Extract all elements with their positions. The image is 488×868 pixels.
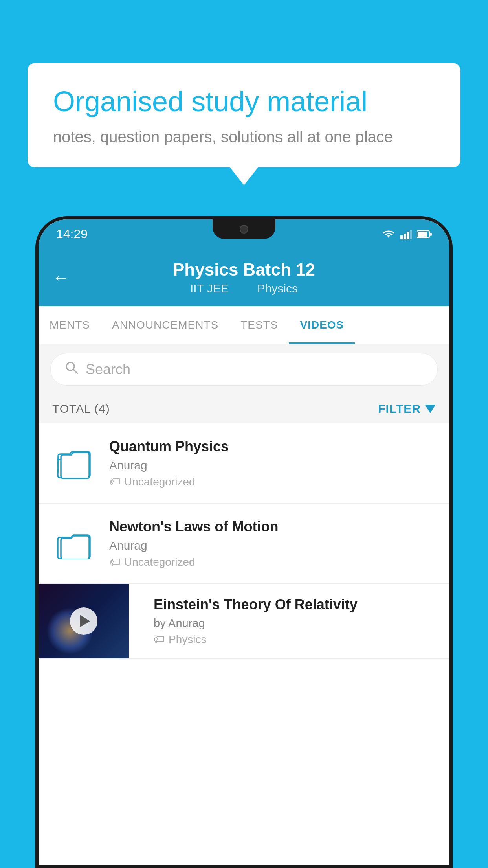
list-item[interactable]: Quantum Physics Anurag 🏷 Uncategorized [39, 423, 449, 504]
notch [213, 219, 275, 239]
filter-button[interactable]: FILTER [378, 402, 436, 416]
subtitle-separator [241, 282, 248, 295]
video-thumbnail [39, 584, 129, 658]
video-tag: 🏷 Uncategorized [109, 475, 436, 488]
play-icon [80, 615, 90, 627]
header-subtitle: IIT JEE Physics [185, 282, 303, 295]
svg-rect-0 [400, 235, 403, 239]
filter-label: FILTER [378, 402, 421, 416]
status-time: 14:29 [56, 227, 88, 241]
app-header: ← Physics Batch 12 IIT JEE Physics [39, 249, 449, 306]
video-title: Einstein's Theory Of Relativity [154, 596, 438, 613]
tab-videos[interactable]: VIDEOS [289, 306, 355, 344]
search-bar-container: Search [39, 344, 449, 394]
tag-icon: 🏷 [109, 475, 120, 488]
folder-icon [56, 448, 92, 479]
header-title: Physics Batch 12 [173, 260, 315, 280]
phone-frame: 14:29 [35, 216, 453, 868]
item-info: Newton's Laws of Motion Anurag 🏷 Uncateg… [109, 519, 436, 568]
video-title: Quantum Physics [109, 438, 436, 455]
back-button[interactable]: ← [52, 267, 70, 288]
search-placeholder: Search [86, 361, 130, 378]
tab-bar: MENTS ANNOUNCEMENTS TESTS VIDEOS [39, 306, 449, 344]
video-list: Quantum Physics Anurag 🏷 Uncategorized [39, 423, 449, 659]
svg-line-8 [73, 370, 77, 373]
subtitle-part2: Physics [257, 282, 298, 295]
search-bar[interactable]: Search [50, 353, 438, 386]
video-author: Anurag [109, 459, 436, 472]
search-icon [64, 360, 79, 378]
video-tag: 🏷 Uncategorized [109, 555, 436, 568]
svg-rect-3 [410, 230, 412, 239]
list-item[interactable]: Newton's Laws of Motion Anurag 🏷 Uncateg… [39, 504, 449, 584]
video-author: by Anurag [154, 617, 438, 630]
status-icons [382, 229, 432, 239]
tag-icon: 🏷 [109, 555, 120, 568]
tab-ments[interactable]: MENTS [39, 306, 101, 344]
list-item[interactable]: Einstein's Theory Of Relativity by Anura… [39, 584, 449, 659]
video-tag: 🏷 Physics [154, 633, 438, 646]
video-author: Anurag [109, 539, 436, 552]
phone-screen: 14:29 [39, 219, 449, 865]
tab-tests[interactable]: TESTS [229, 306, 289, 344]
signal-icon [400, 229, 412, 239]
promo-bubble: Organised study material notes, question… [28, 63, 460, 167]
item-thumb [52, 528, 95, 559]
tab-announcements[interactable]: ANNOUNCEMENTS [101, 306, 229, 344]
svg-rect-2 [407, 232, 409, 239]
svg-rect-5 [418, 232, 427, 237]
tag-label: Physics [169, 633, 206, 646]
battery-icon [417, 230, 432, 239]
bubble-card: Organised study material notes, question… [28, 63, 460, 167]
item-info: Einstein's Theory Of Relativity by Anura… [143, 585, 449, 658]
tag-label: Uncategorized [124, 556, 195, 568]
video-title: Newton's Laws of Motion [109, 519, 436, 535]
bubble-title: Organised study material [53, 85, 435, 118]
filter-icon [425, 405, 436, 413]
svg-rect-6 [430, 233, 432, 236]
wifi-icon [382, 229, 396, 239]
filter-bar: TOTAL (4) FILTER [39, 394, 449, 423]
bubble-subtitle: notes, question papers, solutions all at… [53, 128, 435, 146]
folder-icon [56, 528, 92, 559]
camera [240, 225, 248, 234]
play-button[interactable] [70, 607, 97, 635]
subtitle-part1: IIT JEE [190, 282, 229, 295]
tag-icon: 🏷 [154, 633, 165, 646]
status-bar: 14:29 [39, 219, 449, 249]
tag-label: Uncategorized [124, 476, 195, 488]
total-label: TOTAL (4) [52, 402, 110, 416]
svg-rect-1 [404, 234, 406, 239]
item-info: Quantum Physics Anurag 🏷 Uncategorized [109, 438, 436, 488]
item-thumb [52, 448, 95, 479]
